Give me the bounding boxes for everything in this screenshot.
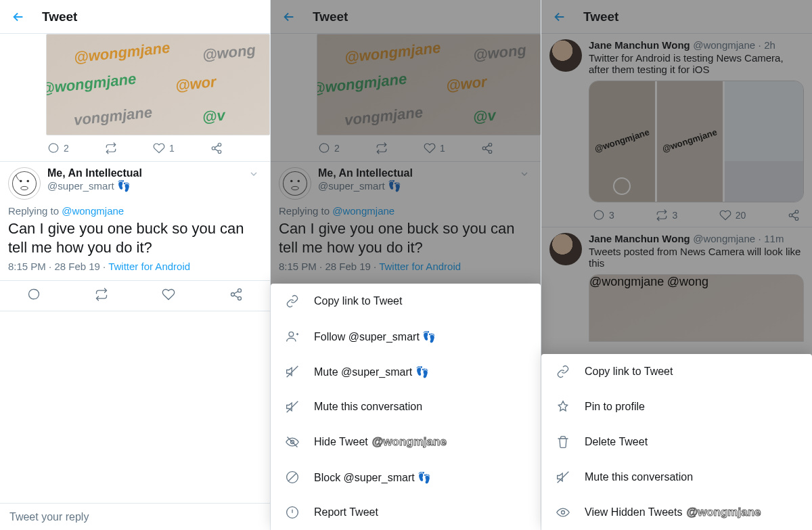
- action-sheet-own: Copy link to Tweet Pin to profile Delete…: [541, 354, 812, 530]
- screen-sheet-own: Tweet Jane Manchun Wong @wongmjane · 2h …: [541, 0, 812, 530]
- avatar[interactable]: [549, 233, 582, 265]
- sheet-mute-user[interactable]: Mute @super_smart 👣: [271, 354, 541, 389]
- reply-icon[interactable]: [27, 288, 41, 304]
- trash-icon: [556, 435, 570, 449]
- sheet-mute-conversation[interactable]: Mute this conversation: [271, 389, 541, 424]
- tweet-media[interactable]: @wongmjane @wongmjane: [589, 81, 804, 202]
- sheet-mute-conversation[interactable]: Mute this conversation: [541, 460, 812, 495]
- svg-point-7: [238, 289, 242, 292]
- timeline-item[interactable]: Jane Manchun Wong @wongmjane · 2h Twitte…: [541, 34, 812, 227]
- action-sheet: Copy link to Tweet Follow @super_smart 👣…: [271, 284, 541, 530]
- tweet-meta: 8:15 PM · 28 Feb 19 · Twitter for Androi…: [0, 261, 270, 280]
- svg-point-0: [218, 143, 221, 147]
- tweet-source-link[interactable]: Twitter for Android: [108, 261, 190, 272]
- retweet-icon[interactable]: [95, 288, 108, 304]
- eye-icon: [556, 506, 570, 519]
- previous-tweet-image: @wongmjane@wong @wongmjane@wor vongmjane…: [317, 34, 541, 135]
- block-icon: [286, 470, 299, 484]
- handle[interactable]: @super_smart: [47, 180, 114, 192]
- svg-point-23: [795, 217, 798, 221]
- retweet-action[interactable]: 3: [656, 209, 677, 221]
- retweet-action[interactable]: [105, 142, 117, 154]
- back-arrow-icon[interactable]: [11, 9, 26, 24]
- handle-emoji: 👣: [117, 180, 131, 192]
- tweet-header: Me, An Intellectual @super_smart 👣: [0, 162, 270, 200]
- watermark: @wongmjane: [372, 435, 447, 448]
- tweet-text: Twitter for Android is testing News Came…: [589, 52, 804, 75]
- tweet-body: Can I give you one buck so you can tell …: [0, 217, 270, 261]
- display-name[interactable]: Jane Manchun Wong: [589, 39, 690, 51]
- svg-point-17: [289, 332, 294, 336]
- sheet-view-hidden[interactable]: View Hidden Tweets@wongmjane: [541, 495, 812, 530]
- svg-point-4: [20, 180, 22, 183]
- replying-to-link[interactable]: @wongmjane: [62, 205, 124, 217]
- svg-point-2: [218, 150, 221, 154]
- link-icon: [556, 365, 570, 378]
- watermark: @wongmjane: [686, 506, 761, 518]
- like-action[interactable]: 1: [153, 142, 175, 154]
- svg-point-12: [489, 150, 492, 154]
- sheet-block[interactable]: Block @super_smart 👣: [271, 460, 541, 495]
- svg-point-1: [212, 147, 215, 150]
- follow-icon: [286, 330, 299, 343]
- handle[interactable]: @wongmjane: [693, 39, 755, 51]
- svg-point-21: [795, 211, 798, 214]
- mute-icon: [286, 400, 299, 414]
- share-icon[interactable]: [229, 288, 243, 304]
- svg-point-22: [789, 214, 792, 217]
- sheet-pin[interactable]: Pin to profile: [541, 389, 812, 424]
- avatar[interactable]: [549, 39, 582, 72]
- avatar-drawing: [10, 169, 39, 198]
- timeline-item[interactable]: Jane Manchun Wong @wongmjane · 11m Tweet…: [541, 227, 812, 347]
- screen-sheet-reply: Tweet @wongmjane@wong @wongmjane@wor von…: [271, 0, 541, 530]
- svg-point-10: [489, 143, 492, 147]
- back-arrow-icon[interactable]: [552, 9, 567, 24]
- header-title: Tweet: [583, 9, 618, 24]
- svg-point-5: [27, 180, 30, 183]
- share-action[interactable]: [210, 142, 223, 154]
- tweet-age: 2h: [764, 39, 775, 51]
- avatar[interactable]: [8, 167, 41, 200]
- sheet-copy-link[interactable]: Copy link to Tweet: [271, 284, 541, 319]
- pin-icon: [556, 400, 570, 414]
- report-icon: [286, 506, 299, 519]
- tweet-media[interactable]: @wongmjane @wong: [589, 274, 804, 342]
- like-action[interactable]: 20: [719, 209, 746, 221]
- previous-tweet-actions: 2 1: [0, 135, 270, 161]
- svg-point-11: [482, 147, 486, 150]
- back-arrow-icon[interactable]: [281, 9, 296, 24]
- previous-tweet-image[interactable]: @wongmjane@wong @wongmjane@wor vongmjane…: [46, 34, 270, 135]
- reply-input[interactable]: Tweet your reply: [0, 503, 270, 530]
- svg-point-14: [290, 180, 293, 183]
- sheet-follow[interactable]: Follow @super_smart 👣: [271, 319, 541, 354]
- hide-icon: [286, 435, 299, 449]
- header: Tweet: [0, 0, 270, 34]
- link-icon: [286, 294, 299, 308]
- reply-action[interactable]: 3: [593, 209, 614, 221]
- svg-point-24: [562, 511, 565, 514]
- screen-base: Tweet @wongmjane@wong @wongmjane@wor von…: [0, 0, 271, 530]
- tweet-actions: 3 3 20: [589, 202, 804, 221]
- sheet-report[interactable]: Report Tweet: [271, 495, 541, 530]
- display-name[interactable]: Me, An Intellectual: [47, 167, 142, 179]
- reply-action[interactable]: 2: [47, 142, 69, 154]
- svg-point-8: [231, 293, 235, 296]
- like-icon[interactable]: [162, 288, 175, 304]
- tweet-actions-bar: [0, 280, 270, 311]
- svg-point-15: [298, 180, 300, 183]
- svg-point-9: [238, 296, 242, 300]
- sheet-copy-link[interactable]: Copy link to Tweet: [541, 354, 812, 389]
- mute-icon: [556, 470, 570, 484]
- share-action[interactable]: [788, 209, 800, 221]
- tweet-menu-caret[interactable]: [248, 169, 259, 182]
- sheet-delete[interactable]: Delete Tweet: [541, 424, 812, 460]
- svg-point-13: [284, 172, 307, 196]
- header-title: Tweet: [42, 9, 77, 24]
- replying-to: Replying to @wongmjane: [0, 200, 270, 217]
- sheet-hide-tweet[interactable]: Hide Tweet@wongmjane: [271, 424, 541, 460]
- mute-icon: [286, 365, 299, 378]
- header-title: Tweet: [313, 9, 348, 24]
